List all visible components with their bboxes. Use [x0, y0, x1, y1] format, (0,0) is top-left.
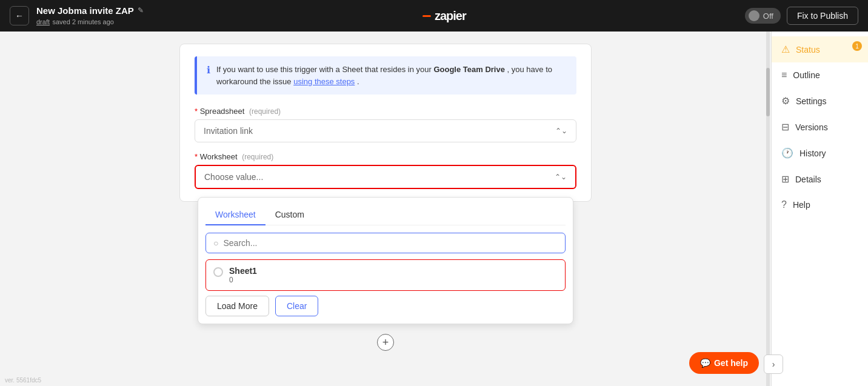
- add-step-button[interactable]: +: [377, 334, 394, 351]
- list-item[interactable]: Sheet1 0: [205, 259, 566, 291]
- sidebar-label-outline: Outline: [793, 70, 820, 80]
- status-badge: 1: [852, 41, 862, 51]
- worksheet-select-wrapper: Choose value... ⌃⌄: [195, 165, 576, 189]
- sidebar-item-settings[interactable]: ⚙ Settings: [772, 88, 868, 114]
- sidebar-item-status[interactable]: ⚠ Status 1: [772, 36, 868, 62]
- worksheet-star: *: [195, 152, 200, 161]
- main-content: ℹ If you want to use this trigger with a…: [0, 32, 868, 386]
- dropdown-panel: Worksheet Custom ○ Sheet1 0: [198, 197, 573, 324]
- toggle-circle: [749, 10, 760, 21]
- info-link[interactable]: using these steps: [293, 77, 355, 86]
- fix-to-publish-button[interactable]: Fix to Publish: [787, 7, 858, 25]
- details-icon: ⊞: [781, 173, 789, 185]
- tab-custom[interactable]: Custom: [265, 205, 314, 225]
- logo-dash: [422, 15, 431, 17]
- history-icon: 🕐: [781, 147, 793, 159]
- status-icon: ⚠: [781, 44, 790, 55]
- get-help-icon: 💬: [700, 358, 710, 368]
- search-input[interactable]: [223, 238, 558, 248]
- buttons-row: Load More Clear: [205, 296, 566, 316]
- worksheet-required: (required): [242, 153, 273, 161]
- form-card: ℹ If you want to use this trigger with a…: [179, 44, 592, 202]
- worksheet-label-text: Worksheet: [200, 152, 238, 161]
- spreadsheet-select[interactable]: Invitation link ⌃⌄: [195, 119, 576, 142]
- sidebar-label-status: Status: [796, 45, 820, 55]
- sidebar-label-details: Details: [795, 175, 821, 184]
- tab-worksheet[interactable]: Worksheet: [205, 205, 265, 225]
- spreadsheet-star: *: [195, 107, 200, 116]
- topnav-left: ← New Jobma invite ZAP ✎ draft saved 2 m…: [10, 5, 144, 27]
- sidebar-label-history: History: [800, 148, 826, 158]
- outline-icon: ≡: [781, 70, 787, 81]
- zap-title: New Jobma invite ZAP ✎ draft saved 2 min…: [36, 5, 144, 27]
- search-box: ○: [205, 233, 566, 253]
- list-item-content: Sheet1 0: [229, 266, 257, 284]
- sidebar-label-help: Help: [793, 200, 810, 210]
- top-navigation: ← New Jobma invite ZAP ✎ draft saved 2 m…: [0, 0, 868, 32]
- plus-container: +: [377, 334, 394, 351]
- get-help-button[interactable]: 💬 Get help: [689, 352, 759, 374]
- right-sidebar: ⚠ Status 1 ≡ Outline ⚙ Settings ⊟ Versio…: [771, 32, 868, 386]
- draft-link[interactable]: draft: [36, 18, 50, 25]
- topnav-right: Off Fix to Publish: [745, 7, 858, 25]
- info-text-before: If you want to use this trigger with a S…: [216, 65, 433, 74]
- spreadsheet-value: Invitation link: [204, 126, 253, 136]
- spreadsheet-required: (required): [249, 107, 281, 116]
- edit-icon[interactable]: ✎: [138, 6, 144, 15]
- worksheet-select[interactable]: Choose value... ⌃⌄: [196, 166, 575, 188]
- logo-text: zapier: [435, 9, 466, 23]
- info-icon: ℹ: [207, 64, 210, 87]
- sidebar-item-help[interactable]: ? Help: [772, 192, 868, 218]
- info-bold: Google Team Drive: [433, 65, 505, 74]
- toggle-label: Off: [763, 12, 773, 21]
- list-items-container: Sheet1 0: [205, 259, 566, 291]
- radio-button[interactable]: [213, 267, 223, 277]
- spreadsheet-label: * Spreadsheet (required): [195, 107, 576, 116]
- search-icon: ○: [213, 238, 218, 248]
- versions-icon: ⊟: [781, 121, 789, 133]
- item-sub: 0: [229, 276, 257, 284]
- sidebar-label-versions: Versions: [795, 122, 828, 132]
- toggle-switch[interactable]: Off: [745, 8, 781, 24]
- load-more-button[interactable]: Load More: [205, 296, 269, 316]
- info-text: If you want to use this trigger with a S…: [216, 64, 567, 87]
- tabs-row: Worksheet Custom: [205, 205, 566, 225]
- scrollbar-track: [766, 32, 770, 386]
- sidebar-item-history[interactable]: 🕐 History: [772, 140, 868, 166]
- clear-button[interactable]: Clear: [275, 296, 318, 316]
- get-help-label: Get help: [714, 358, 748, 368]
- expand-button[interactable]: ›: [764, 354, 783, 374]
- scrollbar-thumb[interactable]: [766, 68, 770, 116]
- sidebar-item-details[interactable]: ⊞ Details: [772, 166, 868, 192]
- center-panel: ℹ If you want to use this trigger with a…: [0, 32, 771, 386]
- draft-status: saved 2 minutes ago: [52, 18, 114, 25]
- sidebar-item-versions[interactable]: ⊟ Versions: [772, 114, 868, 140]
- worksheet-chevron: ⌃⌄: [555, 173, 567, 181]
- item-name: Sheet1: [229, 266, 257, 276]
- info-text-end: .: [357, 77, 359, 86]
- back-button[interactable]: ←: [10, 6, 29, 25]
- settings-icon: ⚙: [781, 95, 790, 107]
- help-icon: ?: [781, 199, 787, 210]
- sidebar-label-settings: Settings: [796, 96, 827, 106]
- zap-name: New Jobma invite ZAP: [36, 5, 134, 16]
- sidebar-item-outline[interactable]: ≡ Outline: [772, 62, 868, 88]
- zapier-logo: zapier: [422, 9, 466, 23]
- spreadsheet-chevron: ⌃⌄: [555, 127, 567, 135]
- worksheet-label: * Worksheet (required): [195, 152, 576, 161]
- worksheet-value: Choose value...: [204, 172, 263, 182]
- version-text: ver. 5561fdc5: [5, 377, 41, 384]
- spreadsheet-label-text: Spreadsheet: [200, 107, 245, 116]
- info-box: ℹ If you want to use this trigger with a…: [195, 56, 576, 95]
